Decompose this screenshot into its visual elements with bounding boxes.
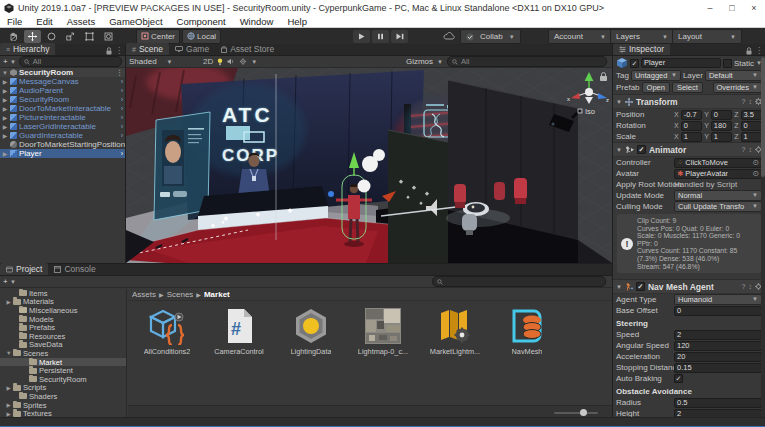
update-mode-dropdown[interactable]: Normal▼ (674, 190, 762, 201)
speed-field[interactable]: 2 (674, 330, 762, 340)
avatar-object-field[interactable]: ✱PlayerAvatar⊙ (674, 169, 762, 179)
hierarchy-item[interactable]: ▶PictureInteractable› (0, 113, 125, 122)
asset-store-tab[interactable]: Asset Store (215, 43, 280, 55)
play-button[interactable] (353, 30, 370, 43)
folder-row[interactable]: Items (0, 289, 126, 298)
inspector-scrollbar[interactable] (761, 57, 765, 417)
breadcrumb-market[interactable]: Market (204, 290, 230, 299)
folder-row[interactable]: Prefabs (0, 323, 126, 332)
inspector-tab[interactable]: Inspector (613, 44, 670, 55)
scale-z-field[interactable]: 1 (741, 132, 762, 142)
open-prefab-icon[interactable]: › (121, 105, 125, 112)
expand-arrow-icon[interactable]: ▶ (2, 150, 8, 157)
folder-row[interactable]: MIscellaneous (0, 306, 126, 315)
static-checkbox[interactable] (723, 59, 732, 68)
foldout-arrow-icon[interactable]: ▼ (616, 284, 622, 290)
asset-lightingdata[interactable]: LightingData (282, 307, 340, 356)
scale-y-field[interactable]: 1 (711, 132, 732, 142)
pivot-toggle-button[interactable]: Center (136, 29, 180, 44)
folder-row[interactable]: Models (0, 315, 126, 324)
gizmos-dropdown[interactable]: Gizmos▼ (406, 57, 443, 66)
cloud-button[interactable] (443, 31, 455, 40)
scale-tool-button[interactable] (62, 30, 79, 43)
hierarchy-item[interactable]: ▶LaserGridInteractable› (0, 122, 125, 131)
navmesh-component-header[interactable]: ▼ ✓ Nav Mesh Agent ?↕ (613, 279, 765, 294)
expand-arrow-icon[interactable]: ▶ (6, 385, 11, 391)
space-toggle-button[interactable]: Local (182, 29, 221, 44)
foldout-arrow-icon[interactable]: ▼ (616, 147, 622, 153)
tag-dropdown[interactable]: Untagged▼ (631, 70, 681, 81)
folder-row-market[interactable]: Market (0, 358, 126, 367)
hierarchy-item[interactable]: ▶DoorToMarketInteractable› (0, 104, 125, 113)
folder-row[interactable]: Resources (0, 332, 126, 341)
help-icon[interactable]: ? (742, 146, 746, 153)
hierarchy-item-player[interactable]: ▶Player› (0, 149, 125, 158)
prefab-select-button[interactable]: Select (672, 82, 703, 93)
stopping-distance-field[interactable]: 0.15 (674, 363, 762, 373)
expand-arrow-icon[interactable]: ▶ (6, 402, 11, 408)
radius-field[interactable]: 0.5 (674, 398, 762, 408)
lock-icon[interactable] (746, 47, 752, 55)
layer-dropdown[interactable]: Default▼ (705, 70, 762, 81)
rotate-tool-button[interactable] (43, 30, 60, 43)
controller-object-field[interactable]: ⁘ClickToMove⊙ (674, 158, 762, 168)
scale-x-field[interactable]: 1 (681, 132, 702, 142)
hierarchy-item[interactable]: ▶AudioParent› (0, 86, 125, 95)
rotation-x-field[interactable]: 0 (681, 121, 702, 131)
expand-arrow-icon[interactable]: ▶ (2, 123, 8, 130)
expand-arrow-icon[interactable]: ▼ (6, 350, 11, 356)
breadcrumb-assets[interactable]: Assets (132, 290, 156, 299)
game-tab[interactable]: Game (169, 43, 215, 55)
folder-row[interactable]: ▶Materials (0, 298, 126, 307)
folder-row[interactable]: SaveData (0, 341, 126, 350)
scene-viewport-canvas[interactable]: ATC ATC CORP CORP (126, 68, 612, 263)
asset-lightmap[interactable]: Lightmap-0_c... (354, 307, 412, 356)
animator-enabled-checkbox[interactable]: ✓ (637, 145, 646, 154)
scene-search-input[interactable]: All (447, 56, 607, 67)
expand-arrow-icon[interactable]: ▶ (6, 411, 11, 417)
hierarchy-create-button[interactable]: + ▼ (3, 57, 16, 66)
folder-row[interactable]: Shaders (0, 392, 126, 401)
shading-mode-dropdown[interactable]: Shaded▼ (129, 57, 199, 66)
folder-row[interactable]: SecurityRoom (0, 375, 126, 384)
expand-arrow-icon[interactable]: ▶ (2, 105, 8, 112)
round-table[interactable] (463, 202, 489, 216)
position-y-field[interactable]: 0 (711, 110, 732, 120)
hierarchy-tab[interactable]: ≡ Hierarchy (0, 43, 55, 55)
hierarchy-item[interactable]: ▶GuardInteractable› (0, 131, 125, 140)
auto-braking-checkbox[interactable]: ✓ (674, 374, 683, 383)
expand-arrow-icon[interactable]: ▶ (2, 87, 8, 94)
project-tab[interactable]: Project (0, 263, 48, 275)
folder-row[interactable]: Persistent (0, 366, 126, 375)
asset-marketlightmap[interactable]: MarketLightm... (426, 307, 484, 356)
agent-type-dropdown[interactable]: Humanoid▼ (674, 294, 762, 305)
acceleration-field[interactable]: 20 (674, 352, 762, 362)
open-prefab-icon[interactable]: › (121, 87, 125, 94)
hierarchy-scene-row[interactable]: ▼ SecurityRoom ⋮ (0, 68, 125, 77)
menu-window[interactable]: Window (233, 16, 281, 27)
asset-navmesh[interactable]: NavMesh (498, 307, 556, 356)
panel-menu-icon[interactable]: ⋮ (755, 46, 763, 55)
object-picker-icon[interactable]: ⊙ (753, 170, 759, 178)
base-offset-field[interactable]: 0 (674, 306, 762, 316)
rotation-z-field[interactable]: 0 (741, 121, 762, 131)
transform-tool-button[interactable] (100, 30, 117, 43)
folder-row[interactable]: ▶Scripts (0, 384, 126, 393)
open-prefab-icon[interactable]: › (121, 150, 125, 157)
pause-button[interactable] (372, 30, 389, 43)
rotation-y-field[interactable]: 180 (711, 121, 732, 131)
presets-icon[interactable]: ↕ (749, 146, 753, 153)
effects-dropdown-icon[interactable]: ▼ (251, 59, 257, 65)
expand-arrow-icon[interactable]: ▶ (2, 114, 8, 121)
presets-icon[interactable]: ↕ (749, 98, 753, 105)
layout-dropdown[interactable]: Layout ▼ (672, 29, 742, 44)
2d-toggle-button[interactable]: 2D (203, 57, 213, 66)
object-picker-icon[interactable]: ⊙ (753, 159, 759, 167)
transform-component-header[interactable]: ▼ Transform ?↕ (613, 94, 765, 109)
asset-allconditions2[interactable]: AllConditions2 (138, 307, 196, 356)
hierarchy-search-input[interactable]: All (19, 56, 122, 67)
culling-mode-dropdown[interactable]: Cull Update Transfo▼ (674, 201, 762, 212)
audio-toggle-icon[interactable] (227, 58, 235, 65)
hierarchy-item[interactable]: DoorToMarketStartingPosition (0, 140, 125, 149)
active-checkbox[interactable]: ✓ (630, 59, 639, 68)
